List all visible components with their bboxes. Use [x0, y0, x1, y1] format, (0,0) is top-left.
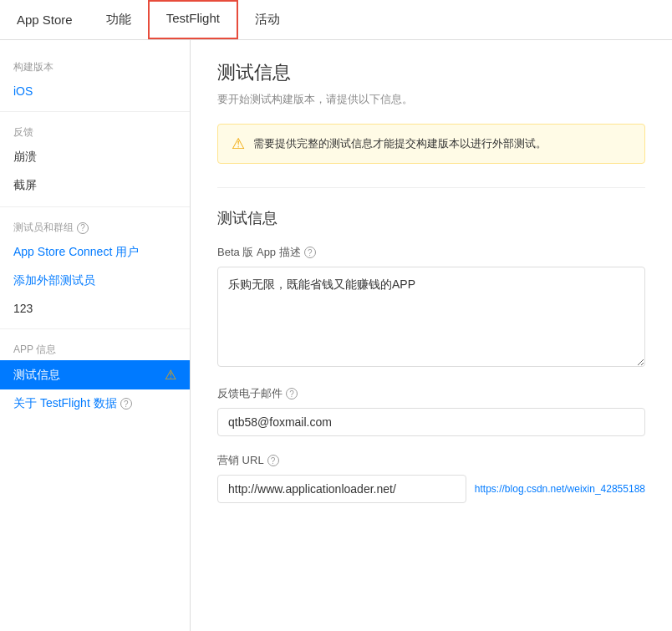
sidebar-item-test-info[interactable]: 测试信息 ⚠	[0, 360, 190, 389]
sidebar-item-add-external-tester[interactable]: 添加外部测试员	[0, 267, 190, 295]
divider-2	[0, 206, 190, 207]
marketing-url-input-group: https://blog.csdn.net/weixin_42855188	[217, 475, 645, 503]
sidebar-item-testflight-data[interactable]: 关于 TestFlight 数据 ?	[0, 389, 190, 418]
warning-banner-text: 需要提供完整的测试信息才能提交构建版本以进行外部测试。	[253, 136, 547, 151]
label-feedback-email: 反馈电子邮件 ?	[217, 386, 645, 401]
nav-app-store[interactable]: App Store	[0, 0, 89, 39]
nav-testflight[interactable]: TestFlight	[148, 0, 238, 39]
nav-activity-label: 活动	[255, 12, 280, 28]
divider-1	[0, 111, 190, 112]
nav-activity[interactable]: 活动	[238, 0, 297, 39]
sidebar-item-123[interactable]: 123	[0, 295, 190, 322]
beta-description-help-icon[interactable]: ?	[304, 247, 316, 258]
nav-app-store-label: App Store	[17, 13, 73, 27]
sidebar-item-screenshot[interactable]: 截屏	[0, 171, 190, 200]
field-group-marketing-url: 营销 URL ? https://blog.csdn.net/weixin_42…	[217, 453, 645, 503]
main-layout: 构建版本 iOS 反馈 崩溃 截屏 测试员和群组 ? App Store Con…	[0, 40, 672, 631]
label-beta-description: Beta 版 App 描述 ?	[217, 245, 645, 260]
sidebar-section-feedback: 反馈	[0, 119, 190, 143]
nav-features-label: 功能	[106, 12, 131, 28]
field-group-beta-description: Beta 版 App 描述 ? 乐购无限，既能省钱又能赚钱的APP	[217, 245, 645, 369]
section-divider	[217, 187, 645, 188]
testers-help-icon[interactable]: ?	[77, 222, 89, 234]
sidebar-item-crash[interactable]: 崩溃	[0, 143, 190, 171]
warning-triangle-icon: ⚠	[232, 135, 245, 153]
sidebar: 构建版本 iOS 反馈 崩溃 截屏 测试员和群组 ? App Store Con…	[0, 40, 191, 631]
label-marketing-url: 营销 URL ?	[217, 453, 645, 468]
feedback-email-help-icon[interactable]: ?	[286, 388, 298, 399]
testflight-data-help-icon[interactable]: ?	[120, 398, 132, 410]
section-title: 测试信息	[217, 208, 645, 228]
test-info-warning-icon: ⚠	[165, 367, 176, 383]
top-navigation: App Store 功能 TestFlight 活动	[0, 0, 672, 40]
sidebar-section-testers: 测试员和群组 ?	[0, 214, 190, 238]
input-marketing-url[interactable]	[217, 475, 466, 503]
sidebar-section-build-version: 构建版本	[0, 53, 190, 78]
warning-banner: ⚠ 需要提供完整的测试信息才能提交构建版本以进行外部测试。	[217, 124, 645, 164]
input-feedback-email[interactable]	[217, 408, 645, 436]
field-group-feedback-email: 反馈电子邮件 ?	[217, 386, 645, 436]
marketing-url-side-link[interactable]: https://blog.csdn.net/weixin_42855188	[475, 483, 645, 495]
nav-testflight-label: TestFlight	[166, 11, 220, 25]
sidebar-item-app-store-connect-user[interactable]: App Store Connect 用户	[0, 238, 190, 267]
marketing-url-help-icon[interactable]: ?	[267, 455, 279, 466]
sidebar-item-ios[interactable]: iOS	[0, 78, 190, 104]
divider-3	[0, 328, 190, 329]
nav-features[interactable]: 功能	[89, 0, 148, 39]
page-subtitle: 要开始测试构建版本，请提供以下信息。	[217, 92, 645, 107]
main-content: 测试信息 要开始测试构建版本，请提供以下信息。 ⚠ 需要提供完整的测试信息才能提…	[191, 40, 672, 631]
page-title: 测试信息	[217, 60, 645, 85]
sidebar-section-app-info: APP 信息	[0, 336, 190, 360]
input-beta-description[interactable]: 乐购无限，既能省钱又能赚钱的APP	[217, 267, 645, 367]
